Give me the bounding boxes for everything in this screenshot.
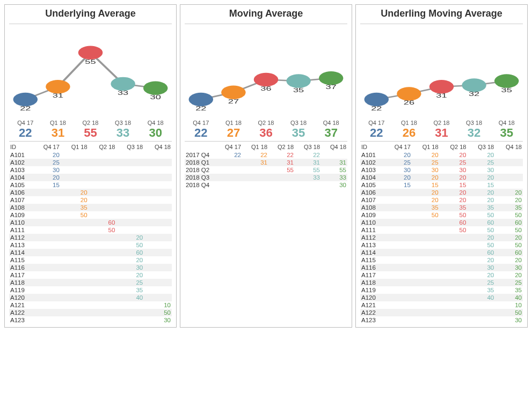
cell [60,227,88,233]
cell: 22 [241,152,267,158]
cell [439,317,467,323]
id-column-header [186,144,215,150]
chart-point [286,74,310,88]
cell [32,249,60,256]
cell [60,152,88,158]
cell: 33 [320,174,346,181]
row-id: A123 [10,317,32,323]
cell [411,257,439,263]
cell [115,309,143,316]
cell [383,302,411,308]
cell: 15 [32,182,60,188]
cell: 35 [439,204,467,211]
chart-point-label: 31 [436,93,447,99]
table-row: A11350 [9,241,172,249]
table-row: A10620 [9,189,172,196]
cell: 60 [466,249,494,256]
data-table: IDQ4 17Q1 18Q2 18Q3 18Q4 18A10120202020A… [360,143,523,324]
cell [88,234,115,241]
table-row: A10120 [9,151,172,159]
column-header: Q4 17 [383,144,411,150]
cell [383,279,411,286]
column-header: Q1 18 [241,144,267,150]
cell [320,152,346,158]
table-row: A12110 [9,301,172,309]
chart-area: 2231553330 [9,27,172,118]
row-id: A102 [361,159,383,166]
cell [411,272,439,278]
quarter-header: Q1 18 [42,120,75,126]
row-id: A107 [10,197,32,203]
quarter-header: Q1 18 [217,120,250,126]
cell: 20 [494,197,522,203]
table-row: A10225 [9,159,172,166]
cell: 30 [115,264,143,271]
summary-value: 35 [490,126,523,140]
cell [60,264,88,271]
cell: 25 [32,159,60,166]
cell: 31 [267,159,294,166]
cell [383,189,411,196]
cell [88,167,115,173]
table-row: A111505050 [360,226,523,234]
row-id: 2018 Q2 [186,167,215,173]
row-id: A114 [10,249,32,256]
table-row: A10515 [9,181,172,189]
cell [88,309,115,316]
cell [383,204,411,211]
cell [88,317,115,323]
cell [60,167,88,173]
row-id: A101 [10,152,32,158]
cell: 20 [439,189,467,196]
summary-value: 22 [360,126,393,140]
summary-value: 32 [458,126,491,140]
summary-value: 36 [250,126,282,140]
cell: 20 [411,197,439,203]
table-row: 2018 Q33333 [185,174,347,181]
cell: 20 [411,189,439,196]
cell [439,242,467,248]
quarter-header: Q4 17 [9,120,42,126]
cell: 50 [494,309,522,316]
cell [115,182,143,188]
row-id: A120 [10,294,32,301]
cell: 35 [466,204,494,211]
cell [466,309,494,316]
chart-point-label: 22 [195,106,206,112]
cell [439,249,467,256]
cell: 20 [115,234,143,241]
cell: 35 [411,204,439,211]
cell [60,159,88,166]
chart-point [143,82,167,95]
cell [60,287,88,293]
chart-point-label: 33 [118,90,128,96]
cell: 20 [115,272,143,278]
cell: 50 [494,227,522,233]
summary-value: 30 [139,126,172,140]
cell [88,152,115,158]
cell: 20 [494,257,522,263]
table-row: A12110 [360,301,523,309]
cell [143,197,171,203]
cell [439,234,467,241]
row-id: A102 [10,159,32,166]
summary-row: 2226313235 [360,126,523,142]
table-row: A10515151515 [360,181,523,189]
chart-point-label: 30 [150,94,161,100]
chart-area: 2226313235 [360,27,523,118]
cell [115,227,143,233]
row-id: A109 [361,212,383,218]
row-id: A109 [10,212,32,218]
row-id: A119 [10,287,32,293]
table-body: A10120202020A10225252525A10330303030A104… [360,151,523,324]
row-id: A122 [10,309,32,316]
chart-point [221,86,245,100]
cell [88,279,115,286]
panel-2: Underling Moving Average 2226313235 Q4 1… [355,4,528,328]
cell [411,219,439,226]
table-row: A11460 [9,249,172,256]
summary-value: 55 [74,126,107,140]
cell: 55 [320,167,346,173]
cell [60,302,88,308]
cell: 20 [494,234,522,241]
